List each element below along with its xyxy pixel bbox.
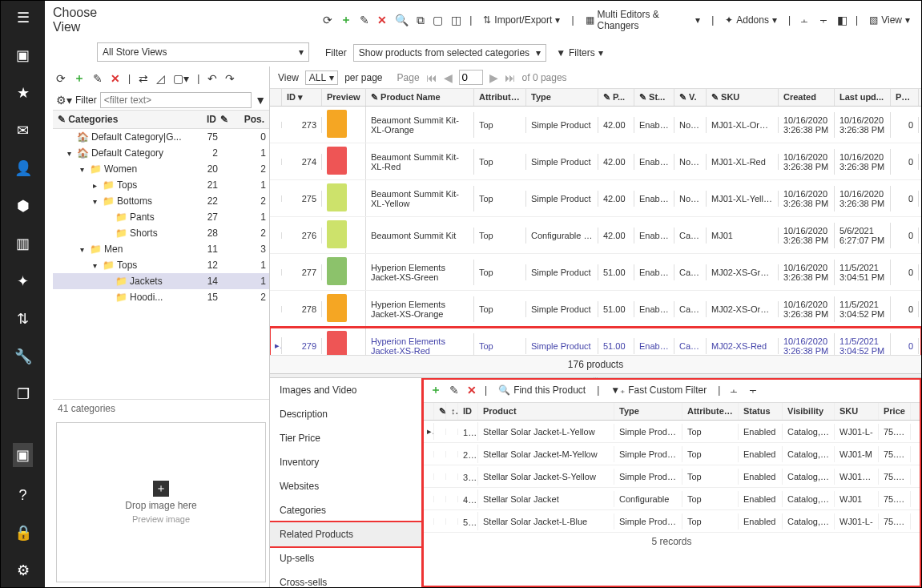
refresh-icon[interactable]: ⟳ (323, 14, 332, 26)
detail-tab[interactable]: Cross-sells (270, 570, 421, 587)
edit-cat-icon[interactable]: ✎ (93, 72, 103, 85)
tool1-icon[interactable]: ◿ (156, 72, 165, 85)
clone-icon[interactable]: ◫ (451, 14, 461, 26)
detail-tab[interactable]: Websites (270, 474, 421, 498)
related-column-header[interactable]: Attribute Se (682, 403, 739, 420)
grid-column-header[interactable]: Last upd... (835, 89, 891, 106)
category-row[interactable]: ▾📁Women202 (53, 161, 269, 177)
grid-column-header[interactable]: Po... (891, 89, 919, 106)
category-row[interactable]: 📁Pants271 (53, 209, 269, 225)
edit-icon[interactable]: ✎ (360, 14, 369, 26)
related-row[interactable]: 4122Stellar Solar JacketConfigurableTopE… (422, 488, 921, 510)
paste-icon[interactable]: ▢ (433, 14, 443, 26)
detail-tab[interactable]: Categories (270, 498, 421, 522)
related-row[interactable]: ▸1122Stellar Solar Jacket-L-YellowSimple… (422, 421, 921, 443)
related-row[interactable]: 3121Stellar Solar Jacket-S-YellowSimple … (422, 465, 921, 488)
t1-icon[interactable]: ⫠ (799, 14, 810, 26)
grid-column-header[interactable]: Type (526, 89, 598, 106)
swap-icon[interactable]: ⇅ (17, 310, 29, 328)
search-icon[interactable]: 🔍 (395, 14, 409, 26)
category-row[interactable]: 📁Jackets141 (53, 273, 269, 289)
category-row[interactable]: 📁Shorts282 (53, 225, 269, 241)
menu-icon[interactable]: ☰ (17, 9, 30, 26)
product-row[interactable]: 276Beaumont Summit KitTopConfigurable Pr… (270, 217, 921, 254)
view-all-select[interactable]: ALL ▾ (305, 70, 338, 85)
detail-tab[interactable]: Tier Price (270, 426, 421, 450)
related-column-header[interactable]: Visibility (783, 403, 835, 420)
multi-editors-button[interactable]: ▦ Multi Editors & Changers ▾ (582, 7, 704, 33)
detail-tab[interactable]: Related Products (270, 522, 421, 546)
rel-add-icon[interactable]: ＋ (430, 383, 441, 397)
refresh-cat-icon[interactable]: ⟳ (56, 72, 66, 85)
first-page-icon[interactable]: ⏮ (426, 71, 437, 84)
related-column-header[interactable]: SKU (835, 403, 879, 420)
layout1-icon[interactable]: ⫠ (728, 384, 739, 397)
gear-icon[interactable]: ⚙ (17, 562, 30, 579)
lock-icon[interactable]: 🔒 (14, 524, 32, 542)
grid-column-header[interactable]: Created (779, 89, 835, 106)
related-column-header[interactable]: ID (458, 403, 478, 420)
chart-icon[interactable]: ▥ (16, 235, 30, 252)
undo-icon[interactable]: ↶ (207, 72, 217, 85)
category-row[interactable]: ▾📁Tops121 (53, 257, 269, 273)
addons-button[interactable]: ✦ Addons ▾ (722, 13, 780, 27)
product-row[interactable]: 273Beaumont Summit Kit-XL-OrangeTopSimpl… (270, 107, 921, 143)
related-column-header[interactable]: Type (614, 403, 682, 420)
related-column-header[interactable]: Status (739, 403, 783, 420)
grid-column-header[interactable]: Attribute... (474, 89, 526, 106)
box-icon[interactable]: ▣ (13, 443, 33, 467)
help-icon[interactable]: ? (18, 487, 26, 504)
redo-icon[interactable]: ↷ (225, 72, 235, 85)
layout2-icon[interactable]: ⫟ (747, 384, 759, 397)
add-icon[interactable]: ＋ (340, 13, 352, 27)
layers-icon[interactable]: ❐ (17, 385, 30, 403)
next-page-icon[interactable]: ▶ (489, 71, 498, 84)
product-row[interactable]: 275Beaumont Summit Kit-XL-YellowTopSimpl… (270, 180, 921, 217)
last-page-icon[interactable]: ⏭ (505, 71, 516, 84)
product-row[interactable]: 278Hyperion Elements Jacket-XS-OrangeTop… (270, 291, 921, 328)
grid-column-header[interactable]: ✎ P... (598, 89, 634, 106)
product-row[interactable]: 274Beaumont Summit Kit-XL-RedTopSimple P… (270, 143, 921, 180)
user-icon[interactable]: 👤 (14, 159, 32, 177)
delete-icon[interactable]: ✕ (377, 14, 387, 26)
grid-column-header[interactable]: Preview (322, 89, 366, 106)
detail-tab[interactable]: Inventory (270, 450, 421, 474)
star-icon[interactable]: ★ (17, 84, 30, 102)
related-column-header[interactable] (422, 403, 434, 420)
find-product-button[interactable]: 🔍 Find this Product (495, 383, 589, 397)
related-column-header[interactable]: ✎ (434, 403, 446, 420)
category-row[interactable]: 📁Hoodi...152 (53, 289, 269, 305)
detail-tab[interactable]: Description (270, 402, 421, 426)
prev-page-icon[interactable]: ◀ (444, 71, 453, 84)
filter-funnel-icon[interactable]: ▼ (255, 94, 266, 107)
rel-edit-icon[interactable]: ✎ (449, 384, 459, 397)
grid-column-header[interactable]: ✎ Product Name (366, 89, 474, 106)
shop-icon[interactable]: ⬢ (17, 197, 30, 215)
delete-cat-icon[interactable]: ✕ (111, 72, 120, 85)
grid-column-header[interactable]: ✎ V. (674, 89, 707, 106)
page-input[interactable] (459, 70, 483, 85)
product-row[interactable]: 277Hyperion Elements Jacket-XS-GreenTopS… (270, 254, 921, 291)
copy-icon[interactable]: ⧉ (417, 14, 425, 27)
t3-icon[interactable]: ◧ (837, 14, 848, 26)
image-drop-zone[interactable]: ＋ Drop image here Preview image (56, 422, 266, 582)
fast-filter-button[interactable]: ▼₊ Fast Custom Filter (607, 383, 710, 397)
product-row[interactable]: ▸279Hyperion Elements Jacket-XS-RedTopSi… (270, 328, 921, 355)
filters-button[interactable]: ▼ Filters ▾ (553, 46, 606, 60)
grid-column-header[interactable]: ✎ SKU (707, 89, 779, 106)
detail-tab[interactable]: Up-sells (270, 546, 421, 570)
related-row[interactable]: 5122Stellar Solar Jacket-L-BlueSimple Pr… (422, 510, 921, 533)
wrench-icon[interactable]: 🔧 (14, 348, 32, 365)
t2-icon[interactable]: ⫟ (818, 14, 829, 26)
filter-input[interactable] (100, 92, 252, 108)
swap-cat-icon[interactable]: ⇄ (139, 72, 148, 85)
gear-settings-icon[interactable]: ⚙▾ (56, 94, 72, 107)
category-row[interactable]: ▾🏠Default Category21 (53, 145, 269, 161)
puzzle-icon[interactable]: ✦ (17, 272, 29, 290)
category-row[interactable]: ▸📁Tops211 (53, 177, 269, 193)
grid-column-header[interactable]: ✎ St... (634, 89, 674, 106)
folder-icon[interactable]: ▣ (16, 46, 30, 64)
detail-tab[interactable]: Images and Video (270, 378, 421, 402)
category-row[interactable]: 🏠Default Category|G...750 (53, 129, 269, 145)
tool2-icon[interactable]: ▢▾ (173, 72, 189, 85)
